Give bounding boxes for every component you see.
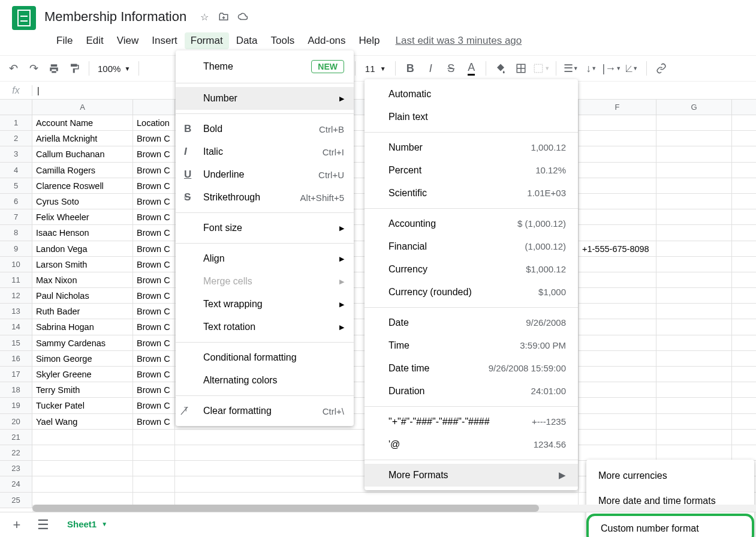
text-color-button[interactable]: A (462, 59, 481, 78)
cell[interactable] (656, 163, 732, 178)
cell[interactable] (579, 146, 656, 161)
cell[interactable]: Larson Smith (32, 257, 133, 272)
num-duration[interactable]: Duration24:01:00 (365, 380, 578, 403)
cell[interactable]: Brown C (133, 178, 175, 193)
cell[interactable]: Brown C (133, 146, 175, 161)
row-header[interactable]: 10 (0, 257, 32, 272)
num-currency-rounded[interactable]: Currency (rounded)$1,000 (365, 281, 578, 304)
menu-addons[interactable]: Add-ons (302, 32, 351, 49)
cell[interactable] (656, 225, 732, 240)
num-more-formats[interactable]: More Formats▶ (365, 464, 578, 487)
rotate-button[interactable]: ⟀▼ (622, 59, 641, 78)
add-sheet-button[interactable]: + (6, 514, 28, 536)
bold-button[interactable]: B (400, 59, 420, 78)
col-header-A[interactable]: A (32, 100, 133, 115)
move-icon[interactable] (218, 11, 230, 23)
row-header[interactable]: 11 (0, 272, 32, 287)
cell[interactable] (656, 241, 732, 256)
font-size-select[interactable]: 11 ▼ (360, 59, 390, 78)
cell[interactable]: +1-555-675-8098 (579, 241, 656, 256)
more-currencies[interactable]: More currencies (586, 463, 754, 488)
cell[interactable] (579, 351, 656, 366)
num-currency[interactable]: Currency$1,000.12 (365, 258, 578, 281)
row-header[interactable]: 23 (0, 461, 32, 476)
cell[interactable] (656, 146, 732, 161)
zoom-select[interactable]: 100%▼ (94, 64, 134, 74)
num-automatic[interactable]: Automatic (365, 83, 578, 106)
row-header[interactable]: 17 (0, 367, 32, 382)
format-strike[interactable]: SStrikethroughAlt+Shift+5 (176, 186, 354, 209)
cell[interactable]: Ruth Bader (32, 304, 133, 319)
row-header[interactable]: 5 (0, 178, 32, 193)
last-edit-link[interactable]: Last edit was 3 minutes ago (396, 32, 522, 49)
row-header[interactable]: 3 (0, 146, 32, 161)
cell[interactable] (579, 335, 656, 350)
row-header[interactable]: 2 (0, 131, 32, 146)
menu-format[interactable]: Format (185, 32, 229, 49)
cell[interactable] (579, 209, 656, 224)
cell[interactable]: Brown C (133, 398, 175, 413)
cell[interactable] (656, 319, 732, 334)
undo-button[interactable]: ↶ (4, 59, 23, 78)
cell[interactable]: Brown C (133, 351, 175, 366)
cell[interactable]: Cyrus Soto (32, 194, 133, 209)
cell[interactable]: Brown C (133, 335, 175, 350)
cell[interactable]: Yael Wang (32, 414, 133, 429)
row-header[interactable]: 19 (0, 398, 32, 413)
cell[interactable] (579, 414, 656, 429)
cell[interactable] (579, 382, 656, 397)
merge-button[interactable]: ▼ (532, 59, 551, 78)
num-plain[interactable]: Plain text (365, 106, 578, 128)
cell[interactable] (579, 272, 656, 287)
cell[interactable] (656, 178, 732, 193)
format-number[interactable]: Number▶ (176, 87, 354, 110)
cell[interactable]: Simon George (32, 351, 133, 366)
cell[interactable]: Skyler Greene (32, 367, 133, 382)
cell[interactable]: Brown C (133, 272, 175, 287)
menu-insert[interactable]: Insert (146, 32, 183, 49)
cell[interactable] (656, 351, 732, 366)
cell[interactable] (656, 194, 732, 209)
cell[interactable]: Sabrina Hogan (32, 319, 133, 334)
cell[interactable] (579, 367, 656, 382)
print-button[interactable] (44, 59, 64, 78)
cell[interactable]: Ariella Mcknight (32, 131, 133, 146)
cell[interactable] (579, 288, 656, 303)
cell[interactable] (656, 398, 732, 413)
format-font-size[interactable]: Font size▶ (176, 217, 354, 239)
cell[interactable]: Max Nixon (32, 272, 133, 287)
cell[interactable] (656, 304, 732, 319)
num-custom2[interactable]: '@1234.56 (365, 433, 578, 456)
cell[interactable] (579, 163, 656, 178)
cell[interactable]: Brown C (133, 367, 175, 382)
cell[interactable]: Brown C (133, 414, 175, 429)
row-header[interactable]: 18 (0, 382, 32, 397)
cell[interactable] (656, 414, 732, 429)
format-rotate[interactable]: Text rotation▶ (176, 316, 354, 338)
num-number[interactable]: Number1,000.12 (365, 136, 578, 159)
cell[interactable]: Landon Vega (32, 241, 133, 256)
cell[interactable]: Brown C (133, 319, 175, 334)
all-sheets-button[interactable]: ☰ (32, 514, 54, 536)
menu-tools[interactable]: Tools (265, 32, 301, 49)
paint-format-button[interactable] (65, 59, 84, 78)
row-header[interactable]: 12 (0, 288, 32, 303)
cell[interactable]: Brown C (133, 241, 175, 256)
redo-button[interactable]: ↷ (24, 59, 43, 78)
row-header[interactable]: 21 (0, 430, 32, 445)
cell[interactable] (656, 209, 732, 224)
horizontal-scrollbar[interactable] (32, 505, 756, 512)
cell[interactable]: Callum Buchanan (32, 146, 133, 161)
row-header[interactable]: 22 (0, 445, 32, 460)
num-date[interactable]: Date9/26/2008 (365, 311, 578, 334)
num-datetime[interactable]: Date time9/26/2008 15:59:00 (365, 357, 578, 380)
cell[interactable]: Brown C (133, 382, 175, 397)
fill-color-button[interactable] (491, 59, 510, 78)
wrap-button[interactable]: |→▼ (602, 59, 621, 78)
cell[interactable] (579, 257, 656, 272)
num-custom1[interactable]: "+"#"-"###"-"###"-"####+---1235 (365, 410, 578, 433)
cell[interactable]: Account Name (32, 115, 133, 130)
row-header[interactable]: 15 (0, 335, 32, 350)
format-align[interactable]: Align▶ (176, 247, 354, 270)
italic-button[interactable]: I (421, 59, 440, 78)
